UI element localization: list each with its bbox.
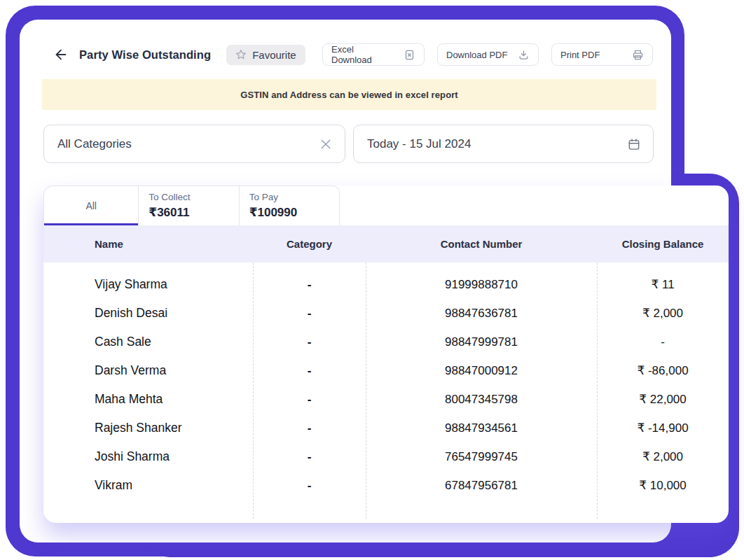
table-row[interactable]: Darsh Verma - 98847000912 ₹ -86,000	[43, 356, 729, 385]
table-row[interactable]: Joshi Sharma - 76547999745 ₹ 2,000	[43, 442, 729, 471]
cell-category: -	[253, 479, 366, 493]
tab-to-pay-label: To Pay	[249, 192, 339, 202]
column-header-category: Category	[253, 238, 366, 250]
cell-contact: 76547999745	[366, 450, 597, 464]
cell-contact: 98847000912	[366, 364, 597, 378]
cell-closing-balance: ₹ 2,000	[597, 449, 729, 464]
column-header-name: Name	[43, 238, 253, 250]
column-divider	[597, 262, 598, 519]
back-arrow-icon[interactable]	[53, 46, 69, 63]
excel-file-icon	[404, 49, 415, 61]
cell-name: Darsh Verma	[43, 363, 253, 378]
info-banner: GSTIN and Address can be viewed in excel…	[42, 79, 656, 110]
report-table-card: All To Collect ₹36011 To Pay ₹100990 Nam…	[43, 186, 729, 523]
category-filter-value: All Categories	[44, 137, 319, 151]
tab-to-collect[interactable]: To Collect ₹36011	[138, 186, 238, 225]
cell-category: -	[253, 393, 366, 407]
cell-name: Joshi Sharma	[43, 449, 253, 464]
tab-all[interactable]: All	[44, 186, 138, 225]
table-row[interactable]: Vijay Sharma - 91999888710 ₹ 11	[43, 270, 729, 299]
cell-category: -	[253, 307, 366, 321]
cell-closing-balance: ₹ 11	[597, 277, 729, 292]
page: Party Wise Outstanding Favourite Excel D…	[0, 0, 744, 560]
cell-contact: 91999888710	[366, 278, 597, 292]
header-bar: Party Wise Outstanding Favourite Excel D…	[53, 42, 653, 67]
cell-name: Vijay Sharma	[43, 277, 253, 292]
tab-to-pay-amount: ₹100990	[249, 205, 339, 220]
cell-contact: 80047345798	[366, 393, 597, 407]
table-row[interactable]: Vikram - 67847956781 ₹ 10,000	[43, 471, 729, 500]
tab-to-collect-label: To Collect	[149, 192, 238, 202]
cell-name: Denish Desai	[43, 306, 253, 321]
table-row[interactable]: Rajesh Shanker - 98847934561 ₹ -14,900	[43, 414, 729, 442]
tab-all-label: All	[85, 200, 97, 211]
cell-name: Cash Sale	[43, 335, 253, 349]
favourite-label: Favourite	[252, 49, 296, 61]
cell-contact: 67847956781	[366, 479, 597, 493]
cell-name: Vikram	[43, 478, 253, 493]
cell-closing-balance: ₹ -14,900	[597, 421, 729, 435]
cell-closing-balance: -	[597, 335, 729, 349]
info-banner-text: GSTIN and Address can be viewed in excel…	[240, 90, 458, 100]
cell-category: -	[253, 450, 366, 464]
print-pdf-button[interactable]: Print PDF	[551, 43, 653, 66]
table-header-row: Name Category Contact Number Closing Bal…	[43, 225, 729, 262]
table-body: Vijay Sharma - 91999888710 ₹ 11 Denish D…	[43, 262, 729, 500]
cell-contact: 98847934561	[366, 421, 597, 435]
cell-contact: 98847999781	[366, 335, 597, 349]
excel-download-label: Excel Download	[331, 44, 394, 65]
column-header-contact: Contact Number	[366, 238, 597, 250]
cell-closing-balance: ₹ 22,000	[597, 392, 729, 407]
column-header-closing-balance: Closing Balance	[597, 238, 729, 250]
favourite-button[interactable]: Favourite	[226, 45, 305, 65]
excel-download-button[interactable]: Excel Download	[322, 43, 425, 66]
cell-contact: 98847636781	[366, 307, 597, 321]
table-row[interactable]: Cash Sale - 98847999781 -	[43, 328, 729, 356]
column-divider	[366, 262, 366, 519]
cell-closing-balance: ₹ -86,000	[597, 363, 729, 378]
category-filter[interactable]: All Categories	[43, 125, 345, 163]
print-pdf-label: Print PDF	[560, 50, 600, 60]
table-row[interactable]: Denish Desai - 98847636781 ₹ 2,000	[43, 299, 729, 328]
download-pdf-label: Download PDF	[446, 50, 507, 60]
table-row[interactable]: Maha Mehta - 80047345798 ₹ 22,000	[43, 385, 729, 414]
cell-category: -	[253, 421, 366, 435]
cell-category: -	[253, 364, 366, 378]
calendar-icon[interactable]	[627, 137, 641, 151]
date-range-value: Today - 15 Jul 2024	[354, 137, 627, 151]
column-divider	[253, 262, 254, 519]
download-pdf-button[interactable]: Download PDF	[437, 43, 539, 66]
cell-category: -	[253, 278, 366, 292]
page-title: Party Wise Outstanding	[79, 48, 211, 62]
cell-name: Maha Mehta	[43, 392, 253, 407]
clear-icon[interactable]	[319, 137, 333, 151]
cell-name: Rajesh Shanker	[43, 421, 253, 435]
download-icon	[518, 49, 530, 61]
star-icon	[235, 49, 247, 60]
tab-to-collect-amount: ₹36011	[149, 205, 238, 220]
date-range-filter[interactable]: Today - 15 Jul 2024	[353, 125, 654, 163]
tab-to-pay[interactable]: To Pay ₹100990	[239, 186, 339, 225]
summary-tabs: All To Collect ₹36011 To Pay ₹100990	[43, 186, 340, 225]
cell-closing-balance: ₹ 2,000	[597, 306, 729, 321]
cell-closing-balance: ₹ 10,000	[597, 478, 729, 493]
printer-icon	[632, 49, 644, 61]
cell-category: -	[253, 335, 366, 349]
